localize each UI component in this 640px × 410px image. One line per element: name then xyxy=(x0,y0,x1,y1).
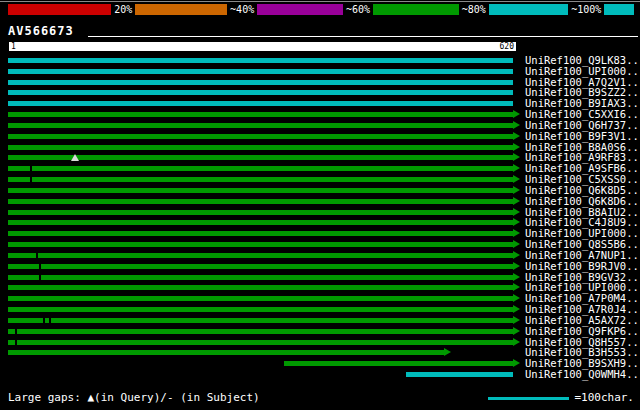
alignment-track xyxy=(8,315,513,326)
alignment-row: UniRef100_Q9FKP6.. xyxy=(8,326,640,337)
hit-label[interactable]: UniRef100_Q9FKP6.. xyxy=(525,326,639,337)
ruler-start-label: 1 xyxy=(11,42,16,51)
alignment-bar[interactable] xyxy=(8,123,513,128)
key-label: ~40% xyxy=(227,4,257,15)
alignment-track xyxy=(8,109,513,120)
arrowhead-icon xyxy=(444,348,451,356)
query-gap-marker xyxy=(71,154,79,161)
arrowhead-icon xyxy=(513,229,520,237)
alignment-bar[interactable] xyxy=(8,264,513,269)
alignment-track xyxy=(8,261,513,272)
alignment-bar[interactable] xyxy=(8,188,513,193)
alignment-bar[interactable] xyxy=(8,210,513,215)
alignment-bar[interactable] xyxy=(8,350,444,355)
arrowhead-icon xyxy=(513,294,520,302)
hit-label[interactable]: UniRef100_Q0WMH4.. xyxy=(525,369,639,380)
alignment-track xyxy=(8,369,513,380)
alignment-track xyxy=(8,293,513,304)
arrowhead-icon xyxy=(513,359,520,367)
sequence-ruler: 1 620 xyxy=(8,42,517,51)
alignment-bar[interactable] xyxy=(8,69,513,74)
blast-overview: 20%~40%~60%~80%~100% AV566673 1 620 UniR… xyxy=(0,0,640,410)
alignment-track xyxy=(8,163,513,174)
title-row: AV566673 xyxy=(8,25,638,38)
alignment-bar[interactable] xyxy=(8,90,513,95)
alignment-bar[interactable] xyxy=(8,101,513,106)
ruler-tick-end xyxy=(516,42,517,51)
alignment-track xyxy=(8,142,513,153)
arrowhead-icon xyxy=(513,197,520,205)
alignment-bar[interactable] xyxy=(8,155,513,160)
alignment-bar[interactable] xyxy=(8,285,513,290)
key-segment xyxy=(121,4,237,15)
ruler-end-label: 620 xyxy=(500,42,514,51)
alignment-bar[interactable] xyxy=(8,177,513,182)
arrowhead-icon xyxy=(513,240,520,248)
key-segment xyxy=(355,4,474,15)
hit-label[interactable]: UniRef100_B9F3V1.. xyxy=(525,131,639,142)
alignment-bar[interactable] xyxy=(8,318,513,323)
alignment-track xyxy=(8,152,513,163)
scale-legend: =100char. xyxy=(488,391,634,405)
subject-gap-marker xyxy=(43,318,45,323)
footer: Large gaps: ▲(in Query)/- (in Subject) =… xyxy=(8,391,634,405)
alignment-bar[interactable] xyxy=(8,220,513,225)
hit-label[interactable]: UniRef100_Q6K8D6.. xyxy=(525,196,639,207)
gaps-legend: Large gaps: ▲(in Query)/- (in Subject) xyxy=(8,391,260,405)
alignment-track xyxy=(8,66,513,77)
scale-line xyxy=(488,397,569,400)
arrowhead-icon xyxy=(513,110,520,118)
alignment-track xyxy=(8,217,513,228)
alignment-track xyxy=(8,228,513,239)
alignment-row: UniRef100_Q6K8D6.. xyxy=(8,196,640,207)
alignment-bar[interactable] xyxy=(8,242,513,247)
key-label: ~100% xyxy=(568,4,604,15)
alignment-bar[interactable] xyxy=(8,112,513,117)
alignment-bar[interactable] xyxy=(284,361,513,366)
arrowhead-icon xyxy=(513,208,520,216)
arrowhead-icon xyxy=(513,153,520,161)
hit-label[interactable]: UniRef100_B9RJV0.. xyxy=(525,261,639,272)
scale-label: =100char. xyxy=(574,391,634,405)
subject-gap-marker xyxy=(39,264,41,269)
alignment-track xyxy=(8,239,513,250)
alignment-track xyxy=(8,131,513,142)
arrowhead-icon xyxy=(513,316,520,324)
alignment-track xyxy=(8,196,513,207)
alignment-bar[interactable] xyxy=(8,231,513,236)
alignment-track xyxy=(8,174,513,185)
alignment-track xyxy=(8,250,513,261)
alignment-bar[interactable] xyxy=(8,329,513,334)
alignment-bar[interactable] xyxy=(8,134,513,139)
alignment-track xyxy=(8,55,513,66)
identity-key: 20%~40%~60%~80%~100% xyxy=(8,4,634,15)
alignment-bar[interactable] xyxy=(8,80,513,85)
alignment-bar[interactable] xyxy=(8,199,513,204)
alignment-bar[interactable] xyxy=(8,58,513,63)
top-divider xyxy=(0,1,640,2)
arrowhead-icon xyxy=(513,143,520,151)
alignment-track xyxy=(8,272,513,283)
alignment-track xyxy=(8,282,513,293)
alignment-bar[interactable] xyxy=(8,307,513,312)
alignment-track xyxy=(8,337,513,348)
alignment-bar[interactable] xyxy=(8,275,513,280)
alignment-bar[interactable] xyxy=(406,372,513,377)
key-segment xyxy=(8,4,121,15)
alignment-bar[interactable] xyxy=(8,145,513,150)
subject-gap-marker xyxy=(15,340,17,345)
arrowhead-icon xyxy=(513,273,520,281)
alignment-bar[interactable] xyxy=(8,296,513,301)
hit-list: UniRef100_Q9LK83.. UniRef100_UPI000... U… xyxy=(8,55,640,380)
arrowhead-icon xyxy=(513,251,520,259)
subject-gap-marker xyxy=(15,329,17,334)
alignment-bar[interactable] xyxy=(8,166,513,171)
alignment-track xyxy=(8,207,513,218)
alignment-track xyxy=(8,98,513,109)
ruler-tick-start xyxy=(8,42,9,51)
alignment-row: UniRef100_B9F3V1.. xyxy=(8,131,640,142)
alignment-bar[interactable] xyxy=(8,253,513,258)
key-label: 20% xyxy=(111,4,135,15)
key-segment xyxy=(474,4,634,15)
alignment-bar[interactable] xyxy=(8,340,513,345)
